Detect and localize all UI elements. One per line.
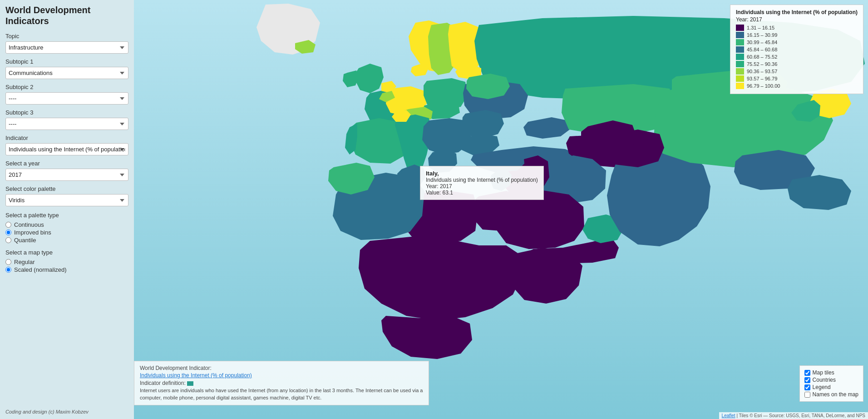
legend-range-text: 30.99 – 45.84: [747, 40, 777, 45]
attribution-bar: Leaflet | Tiles © Esri — Source: USGS, E…: [719, 412, 868, 419]
subtopic3-select[interactable]: ----: [5, 118, 128, 130]
country-belarus[interactable]: [466, 74, 510, 99]
layer-control-item[interactable]: Legend: [804, 384, 858, 390]
layer-checkbox[interactable]: [804, 392, 810, 398]
palette-quantile-label: Quantile: [14, 237, 36, 244]
legend-range-text: 60.68 – 75.52: [747, 54, 777, 60]
legend-color-swatch: [736, 32, 744, 38]
bottom-info-link[interactable]: Individuals using the Internet (% of pop…: [140, 372, 423, 379]
layer-items: Map tilesCountriesLegendNames on the map: [804, 369, 858, 398]
layer-controls-panel: Map tilesCountriesLegendNames on the map: [799, 365, 863, 402]
color-palette-field: Select color palette Viridis: [5, 185, 128, 206]
layer-control-item[interactable]: Map tiles: [804, 369, 858, 376]
legend-color-swatch: [736, 83, 744, 89]
year-label: Select a year: [5, 160, 128, 167]
palette-type-field: Select a palette type Continuous Improve…: [5, 211, 128, 244]
legend-item: 60.68 – 75.52: [736, 54, 858, 60]
legend-range-text: 1.31 – 16.15: [747, 25, 774, 30]
legend-range-text: 93.57 – 96.79: [747, 76, 777, 81]
legend-color-swatch: [736, 75, 744, 82]
footer-credit: Coding and design (c) Maxim Kobzev: [5, 404, 128, 414]
legend-range-text: 75.52 – 90.36: [747, 61, 777, 67]
subtopic3-label: Subtopic 3: [5, 109, 128, 116]
palette-continuous-option[interactable]: Continuous: [5, 221, 128, 228]
legend-title: Individuals using the Internet (% of pop…: [736, 9, 858, 16]
legend-item: 45.84 – 60.68: [736, 46, 858, 53]
color-palette-label: Select color palette: [5, 185, 128, 192]
map-regular-option[interactable]: Regular: [5, 259, 128, 265]
subtopic2-field: Subtopic 2 ----: [5, 84, 128, 105]
legend-item: 30.99 – 45.84: [736, 39, 858, 45]
indicator-field: Indicator Individuals using the Internet…: [5, 135, 128, 155]
indicator-label: Indicator: [5, 135, 128, 141]
subtopic1-label: Subtopic 1: [5, 58, 128, 65]
layer-label: Names on the map: [813, 391, 858, 398]
color-palette-select[interactable]: Viridis: [5, 194, 128, 206]
map-scaled-option[interactable]: Scaled (normalized): [5, 266, 128, 273]
palette-improved-label: Improved bins: [14, 229, 51, 236]
legend-color-swatch: [736, 46, 744, 53]
subtopic2-label: Subtopic 2: [5, 84, 128, 90]
subtopic1-select[interactable]: Communications: [5, 67, 128, 79]
legend-items: 1.31 – 16.1516.15 – 30.9930.99 – 45.8445…: [736, 25, 858, 89]
tooltip-value: Value: 63.1: [426, 190, 538, 196]
layer-checkbox[interactable]: [804, 370, 810, 376]
layer-label: Countries: [813, 377, 836, 383]
legend-item: 93.57 – 96.79: [736, 75, 858, 82]
topic-label: Topic: [5, 33, 128, 40]
tooltip-country: Italy,: [426, 170, 538, 177]
country-morocco[interactable]: [328, 163, 375, 195]
map-scaled-radio[interactable]: [5, 267, 11, 273]
palette-quantile-option[interactable]: Quantile: [5, 237, 128, 244]
palette-continuous-label: Continuous: [14, 221, 44, 228]
legend-color-swatch: [736, 25, 744, 31]
palette-type-radio-group: Continuous Improved bins Quantile: [5, 221, 128, 244]
map-regular-radio[interactable]: [5, 259, 11, 265]
layer-checkbox[interactable]: [804, 384, 810, 390]
leaflet-text[interactable]: Leaflet: [722, 413, 735, 418]
legend-color-swatch: [736, 61, 744, 67]
bottom-info-def-text: Internet users are individuals who have …: [140, 387, 423, 401]
bottom-info-panel: World Development Indicator: Individuals…: [134, 361, 429, 405]
map-type-label: Select a map type: [5, 249, 128, 256]
legend-item: 90.36 – 93.57: [736, 68, 858, 75]
subtopic1-field: Subtopic 1 Communications: [5, 58, 128, 79]
legend-range-text: 90.36 – 93.57: [747, 69, 777, 74]
map-scaled-label: Scaled (normalized): [14, 266, 67, 273]
indicator-select[interactable]: Individuals using the Internet (% of pop…: [5, 143, 128, 155]
tooltip: Italy, Individuals using the Internet (%…: [420, 166, 544, 200]
layer-label: Map tiles: [813, 369, 834, 376]
map-type-radio-group: Regular Scaled (normalized): [5, 259, 128, 273]
year-field: Select a year 2017: [5, 160, 128, 181]
tooltip-indicator: Individuals using the Internet (% of pop…: [426, 177, 538, 183]
palette-continuous-radio[interactable]: [5, 222, 11, 228]
bottom-info-title: World Development Indicator:: [140, 365, 423, 371]
palette-improved-option[interactable]: Improved bins: [5, 229, 128, 236]
layer-checkbox[interactable]: [804, 377, 810, 383]
topic-field: Topic Infrastructure: [5, 33, 128, 54]
legend-color-swatch: [736, 68, 744, 75]
legend-color-swatch: [736, 54, 744, 60]
legend-color-swatch: [736, 39, 744, 45]
map-regular-label: Regular: [14, 259, 35, 265]
legend-year: Year: 2017: [736, 16, 858, 23]
legend-range-text: 45.84 – 60.68: [747, 47, 777, 52]
year-select[interactable]: 2017: [5, 169, 128, 181]
attribution-source: | Tiles © Esri — Source: USGS, Esri, TAN…: [736, 413, 865, 418]
map-container[interactable]: Italy, Individuals using the Internet (%…: [134, 0, 868, 419]
subtopic2-select[interactable]: ----: [5, 92, 128, 105]
legend-panel: Individuals using the Internet (% of pop…: [730, 5, 863, 94]
subtopic3-field: Subtopic 3 ----: [5, 109, 128, 130]
legend-item: 16.15 – 30.99: [736, 32, 858, 38]
palette-improved-radio[interactable]: [5, 229, 11, 235]
layer-control-item[interactable]: Countries: [804, 377, 858, 383]
layer-control-item[interactable]: Names on the map: [804, 391, 858, 398]
layer-label: Legend: [813, 384, 831, 390]
topic-select[interactable]: Infrastructure: [5, 41, 128, 54]
palette-quantile-radio[interactable]: [5, 237, 11, 243]
palette-type-label: Select a palette type: [5, 212, 128, 219]
legend-range-text: 16.15 – 30.99: [747, 32, 777, 38]
legend-item: 96.79 – 100.00: [736, 83, 858, 89]
legend-item: 75.52 – 90.36: [736, 61, 858, 67]
bottom-info-def-label: Indicator definition:: [140, 380, 423, 386]
